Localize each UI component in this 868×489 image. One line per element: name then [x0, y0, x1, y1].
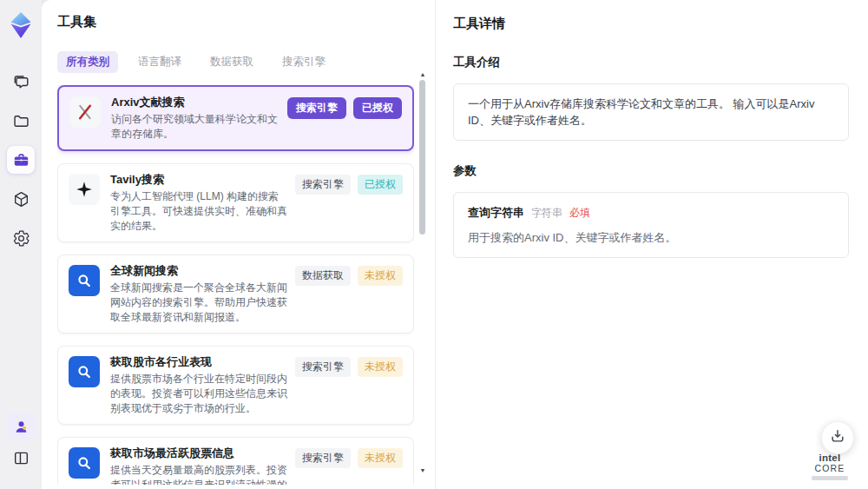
download-icon	[829, 427, 846, 448]
rail-item-folder[interactable]	[7, 107, 35, 135]
tool-name: 获取市场最活跃股票信息	[110, 446, 288, 461]
rail-item-gear[interactable]	[7, 224, 35, 252]
param-name: 查询字符串	[468, 204, 524, 221]
tool-card-body: 获取股市各行业表现提供股票市场各个行业在特定时间段内的表现。投资者可以利用这些信…	[110, 354, 295, 416]
tool-description: 提供股票市场各个行业在特定时间段内的表现。投资者可以利用这些信息来识别表现优于或…	[110, 372, 288, 416]
param-desc: 用于搜索的Arxiv ID、关键字或作者姓名。	[468, 229, 834, 246]
category-badge: 搜索引擎	[295, 175, 351, 195]
page-title: 工具集	[57, 14, 414, 30]
tab-0[interactable]: 所有类别	[57, 51, 118, 73]
rail-item-briefcase[interactable]	[7, 146, 35, 174]
tool-tags: 搜索引擎未授权	[295, 357, 403, 377]
gear-icon	[12, 229, 30, 248]
app-logo	[8, 11, 34, 39]
category-badge: 搜索引擎	[295, 448, 351, 468]
tool-description: 专为人工智能代理 (LLM) 构建的搜索引擎工具。可快速提供实时、准确和真实的结…	[110, 189, 288, 234]
tool-name: 获取股市各行业表现	[110, 354, 288, 370]
tool-card-body: 获取市场最活跃股票信息提供当天交易量最高的股票列表。投资者可以利用这些信息来识别…	[110, 446, 295, 485]
category-badge: 搜索引擎	[295, 357, 351, 377]
category-badge: 搜索引擎	[287, 97, 346, 119]
tool-tags: 搜索引擎已授权	[295, 175, 403, 195]
rail-bottom	[7, 413, 35, 489]
rail-item-cube[interactable]	[7, 185, 35, 213]
params-heading: 参数	[453, 163, 849, 179]
tool-name: Tavily搜索	[110, 172, 288, 188]
param-required-badge: 必填	[569, 205, 590, 221]
search-icon	[69, 447, 100, 479]
tool-card-body: Tavily搜索专为人工智能代理 (LLM) 构建的搜索引擎工具。可快速提供实时…	[110, 172, 295, 234]
tool-list-pane: 工具集 所有类别语言翻译数据获取搜索引擎 Arxiv文献搜索访问各个研究领域大量…	[42, 0, 436, 489]
search-icon	[69, 356, 100, 387]
tool-tags: 搜索引擎未授权	[295, 448, 403, 468]
param-type: 字符串	[531, 205, 562, 221]
intel-core-logo: intel CORE	[804, 453, 856, 480]
tool-name: Arxiv文献搜索	[111, 95, 280, 110]
tool-tags: 数据获取未授权	[295, 266, 403, 286]
tool-detail-pane: 工具详情 工具介绍 一个用于从Arxiv存储库搜索科学论文和文章的工具。 输入可…	[436, 0, 868, 489]
tool-card-0[interactable]: Arxiv文献搜索访问各个研究领域大量科学论文和文章的存储库。搜索引擎已授权	[57, 85, 414, 151]
auth-status-badge: 未授权	[358, 448, 403, 468]
tool-card-3[interactable]: 获取股市各行业表现提供股票市场各个行业在特定时间段内的表现。投资者可以利用这些信…	[57, 346, 414, 425]
search-icon	[69, 265, 100, 296]
rail-nav	[7, 68, 35, 263]
category-tabs: 所有类别语言翻译数据获取搜索引擎	[57, 51, 414, 73]
param-box: 查询字符串 字符串 必填 用于搜索的Arxiv ID、关键字或作者姓名。	[453, 192, 849, 258]
tool-description: 全球新闻搜索是一个聚合全球各大新闻网站内容的搜索引擎。帮助用户快速获取全球最新资…	[110, 281, 288, 325]
user-icon	[12, 418, 30, 436]
auth-status-badge: 未授权	[358, 357, 403, 377]
tool-card-list: Arxiv文献搜索访问各个研究领域大量科学论文和文章的存储库。搜索引擎已授权Ta…	[57, 85, 414, 485]
intro-text: 一个用于从Arxiv存储库搜索科学论文和文章的工具。 输入可以是Arxiv ID…	[468, 97, 814, 127]
brand-core: CORE	[814, 463, 845, 473]
auth-status-badge: 已授权	[353, 97, 402, 119]
arxiv-icon	[69, 96, 101, 128]
left-icon-rail	[0, 0, 42, 489]
tool-description: 访问各个研究领域大量科学论文和文章的存储库。	[111, 112, 280, 142]
tool-card-4[interactable]: 获取市场最活跃股票信息提供当天交易量最高的股票列表。投资者可以利用这些信息来识别…	[57, 437, 414, 485]
list-scrollbar[interactable]: ▲ ▼	[419, 73, 426, 474]
param-head: 查询字符串 字符串 必填	[468, 204, 834, 221]
intro-text-box: 一个用于从Arxiv存储库搜索科学论文和文章的工具。 输入可以是Arxiv ID…	[453, 83, 849, 141]
tab-3[interactable]: 搜索引擎	[273, 51, 334, 73]
briefcase-icon	[12, 151, 30, 169]
auth-status-badge: 未授权	[358, 266, 403, 286]
scroll-up-arrow[interactable]: ▲	[419, 71, 426, 78]
brand-intel: intel	[819, 453, 840, 463]
tool-tags: 搜索引擎已授权	[287, 97, 402, 119]
main-panel: 工具集 所有类别语言翻译数据获取搜索引擎 Arxiv文献搜索访问各个研究领域大量…	[42, 0, 868, 489]
tool-card-body: 全球新闻搜索全球新闻搜索是一个聚合全球各大新闻网站内容的搜索引擎。帮助用户快速获…	[110, 263, 295, 325]
tool-card-1[interactable]: Tavily搜索专为人工智能代理 (LLM) 构建的搜索引擎工具。可快速提供实时…	[57, 163, 414, 242]
tavily-icon	[69, 174, 100, 205]
intro-heading: 工具介绍	[453, 55, 849, 70]
tab-1[interactable]: 语言翻译	[129, 51, 190, 73]
scrollbar-thumb[interactable]	[419, 80, 425, 235]
rail-bottom-item-panel[interactable]	[7, 444, 35, 472]
tool-name: 全球新闻搜索	[110, 263, 288, 279]
auth-status-badge: 已授权	[358, 175, 403, 195]
category-badge: 数据获取	[295, 266, 351, 286]
download-button[interactable]	[821, 421, 854, 454]
brand-bar	[812, 476, 848, 480]
panel-icon	[12, 449, 30, 467]
folder-icon	[12, 112, 30, 130]
tool-card-body: Arxiv文献搜索访问各个研究领域大量科学论文和文章的存储库。	[111, 95, 287, 142]
tool-card-2[interactable]: 全球新闻搜索全球新闻搜索是一个聚合全球各大新闻网站内容的搜索引擎。帮助用户快速获…	[57, 254, 414, 334]
tab-2[interactable]: 数据获取	[201, 51, 262, 73]
tool-description: 提供当天交易量最高的股票列表。投资者可以利用这些信息来识别流动性强的股票和潜在的…	[110, 463, 288, 485]
cube-icon	[12, 190, 30, 208]
rail-bottom-item-user[interactable]	[7, 413, 35, 440]
rail-item-chat[interactable]	[7, 68, 35, 96]
detail-title: 工具详情	[453, 16, 849, 32]
chat-icon	[12, 73, 30, 91]
scroll-down-arrow[interactable]: ▼	[419, 467, 426, 474]
